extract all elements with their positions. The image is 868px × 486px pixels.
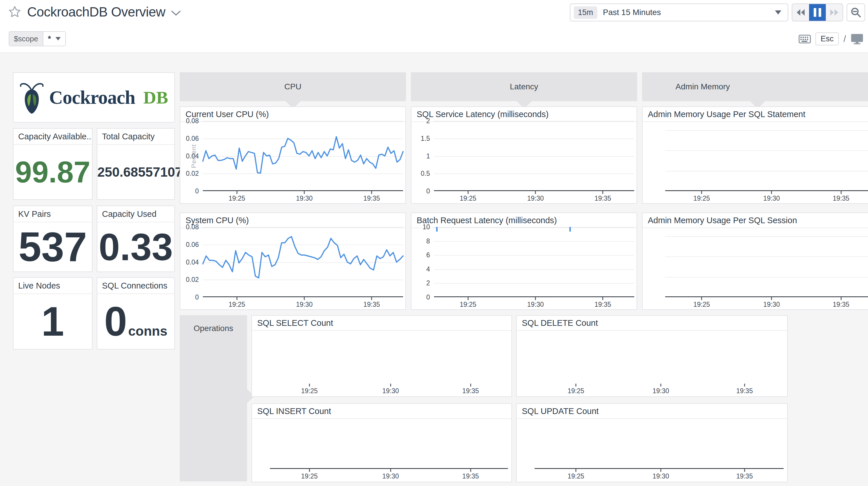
x-axis-tick-mark xyxy=(467,191,468,194)
title-chevron-down-icon[interactable] xyxy=(171,10,181,16)
time-range-label: Past 15 Minutes xyxy=(603,8,661,17)
x-axis-tick-mark xyxy=(744,469,745,472)
chart-plot-sql-insert-count[interactable]: 19:2519:3019:35 xyxy=(270,420,508,469)
gridline xyxy=(434,139,634,139)
brand-name: Cockroach xyxy=(49,86,135,108)
gridline xyxy=(434,227,634,228)
x-axis-tick-label: 19:30 xyxy=(296,301,313,309)
stat-value: 537 xyxy=(19,223,87,270)
chart-card-sql-service-latency[interactable]: SQL Service Latency (milliseconds) 0.511… xyxy=(411,106,637,204)
x-axis-tick-mark xyxy=(701,297,702,300)
chart-plot-admin-memory-session[interactable]: 19:2519:3019:35 xyxy=(665,227,868,297)
stat-value: 0.33 xyxy=(99,225,173,269)
chart-plot-admin-memory-statement[interactable]: 19:2519:3019:35 xyxy=(665,121,868,191)
x-axis-tick-label: 19:30 xyxy=(527,195,544,202)
x-axis-tick-label: 19:30 xyxy=(652,473,669,480)
rewind-button[interactable] xyxy=(792,4,809,21)
stat-label: Total Capacity xyxy=(97,128,174,145)
top-bar: CockroachDB Overview 15m Past 15 Minutes xyxy=(0,0,868,53)
chart-plot-sql-delete-count[interactable]: 19:2519:3019:35 xyxy=(534,332,784,384)
chart-plot-current-user-cpu[interactable]: 0.020.040.060.08019:2519:3019:35Percent xyxy=(203,121,403,191)
stat-total-capacity[interactable]: Total Capacity 250.6855710720 GB xyxy=(97,128,175,200)
y-axis-tick-label: 2 xyxy=(426,117,430,125)
time-range-selector[interactable]: 15m Past 15 Minutes xyxy=(570,3,788,21)
star-icon[interactable] xyxy=(8,5,21,19)
chart-plot-system-cpu[interactable]: 0.020.040.060.08019:2519:3019:35 xyxy=(203,227,403,297)
y-axis-tick-label: 0.08 xyxy=(186,223,199,231)
stat-unit: conns xyxy=(128,323,167,339)
pause-icon xyxy=(814,8,821,17)
x-axis-tick-label: 19:25 xyxy=(693,301,710,309)
scope-template-variable[interactable]: $scope * xyxy=(9,31,66,46)
group-header-cpu: CPU xyxy=(180,72,406,101)
chart-title: Admin Memory Usage Per SQL Statement xyxy=(643,107,868,122)
x-axis-tick-label: 19:25 xyxy=(301,473,318,480)
x-axis-tick-mark xyxy=(390,384,391,387)
group-header-latency: Latency xyxy=(411,72,637,101)
fast-forward-button[interactable] xyxy=(826,4,843,21)
x-axis-tick-label: 19:35 xyxy=(462,473,479,480)
esc-button[interactable]: Esc xyxy=(815,32,839,46)
stat-capacity-used[interactable]: Capacity Used 0.33 xyxy=(97,205,175,272)
group-title: Admin Memory xyxy=(676,82,730,91)
x-axis-tick-label: 19:35 xyxy=(594,301,611,309)
gridline xyxy=(434,173,634,174)
chart-title: Current User CPU (%) xyxy=(180,107,405,122)
zoom-out-button[interactable] xyxy=(847,3,865,21)
x-axis-tick-mark xyxy=(236,191,237,194)
chart-plot-sql-select-count[interactable]: 19:2519:3019:35 xyxy=(270,332,508,384)
chart-title: Batch Request Latency (milliseconds) xyxy=(411,213,637,228)
time-range-caret-icon xyxy=(775,10,781,15)
chart-card-current-user-cpu[interactable]: Current User CPU (%) 0.020.040.060.08019… xyxy=(180,106,406,204)
chart-card-system-cpu[interactable]: System CPU (%) 0.020.040.060.08019:2519:… xyxy=(180,212,406,310)
pause-button[interactable] xyxy=(809,4,826,21)
stat-value: 1 xyxy=(41,298,64,345)
x-axis-tick-mark xyxy=(304,191,305,194)
stat-capacity-available[interactable]: Capacity Available... 99.87 xyxy=(13,128,92,200)
playback-controls xyxy=(792,3,843,21)
shortcut-controls: Esc / xyxy=(799,32,863,46)
gridline xyxy=(434,121,634,121)
data-spike xyxy=(436,227,438,232)
chart-plot-batch-request-latency[interactable]: 246810019:2519:3019:35 xyxy=(434,227,634,297)
stat-sql-connections[interactable]: SQL Connections 0 conns xyxy=(97,277,175,349)
x-axis-line xyxy=(434,190,634,191)
chart-card-admin-memory-statement[interactable]: Admin Memory Usage Per SQL Statement 19:… xyxy=(642,106,868,204)
y-axis-tick-label: 10 xyxy=(423,223,430,231)
chart-card-admin-memory-session[interactable]: Admin Memory Usage Per SQL Session 19:25… xyxy=(642,212,868,310)
brand-suffix: DB xyxy=(143,87,168,108)
chart-card-sql-insert-count[interactable]: SQL INSERT Count 19:2519:3019:35 xyxy=(251,403,512,482)
chart-card-batch-request-latency[interactable]: Batch Request Latency (milliseconds) 246… xyxy=(411,212,637,310)
x-axis-tick-label: 19:35 xyxy=(736,387,753,395)
x-axis-tick-mark xyxy=(470,469,471,472)
stat-live-nodes[interactable]: Live Nodes 1 xyxy=(13,277,92,349)
x-axis-tick-mark xyxy=(744,384,745,387)
chart-card-sql-update-count[interactable]: SQL UPDATE Count 19:2519:3019:35 xyxy=(516,403,788,482)
x-axis-tick-mark xyxy=(701,191,702,194)
x-axis-tick-mark xyxy=(535,191,536,194)
x-axis-line xyxy=(534,468,784,469)
gridline xyxy=(665,171,868,171)
x-axis-tick-mark xyxy=(660,469,661,472)
x-axis-tick-label: 19:35 xyxy=(594,195,611,202)
gridline xyxy=(665,150,868,151)
chart-card-sql-select-count[interactable]: SQL SELECT Count 19:2519:3019:35 xyxy=(251,315,512,397)
fullscreen-monitor-icon[interactable] xyxy=(851,33,863,45)
y-axis-title: Percent xyxy=(190,144,198,168)
chart-line xyxy=(203,227,403,297)
chart-card-sql-delete-count[interactable]: SQL DELETE Count 19:2519:3019:35 xyxy=(516,315,788,397)
zoom-out-icon xyxy=(850,7,862,18)
x-axis-tick-label: 19:25 xyxy=(567,387,584,395)
stat-kv-pairs[interactable]: KV Pairs 537 xyxy=(13,205,92,272)
chart-plot-sql-update-count[interactable]: 19:2519:3019:35 xyxy=(534,420,784,469)
x-axis-tick-mark xyxy=(602,191,603,194)
x-axis-tick-mark xyxy=(602,297,603,300)
chart-plot-sql-service-latency[interactable]: 0.511.52019:2519:3019:35 xyxy=(434,121,634,191)
keyboard-icon[interactable] xyxy=(799,35,811,44)
x-axis-tick-label: 19:35 xyxy=(462,387,479,395)
x-axis-tick-mark xyxy=(841,297,841,300)
stat-label: KV Pairs xyxy=(13,206,92,222)
x-axis-line xyxy=(665,296,868,297)
gridline xyxy=(665,277,868,278)
cockroachdb-logo-widget[interactable]: Cockroach DB xyxy=(13,72,175,122)
